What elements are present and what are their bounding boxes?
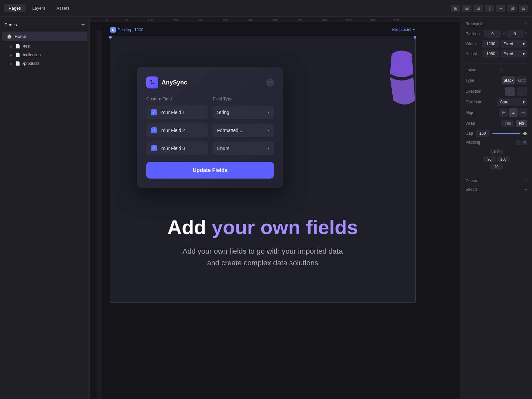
file-icon-products: 📄 xyxy=(15,61,20,66)
align-right-btn[interactable]: ⊣ xyxy=(519,108,527,117)
tab-pages[interactable]: Pages xyxy=(4,4,26,12)
padding-grid xyxy=(466,149,527,170)
width-label: Width xyxy=(466,42,476,46)
distribute-value: Start xyxy=(500,100,508,104)
wrap-no-btn[interactable]: No xyxy=(516,120,527,127)
height-value-input[interactable] xyxy=(482,50,499,58)
width-value-input[interactable] xyxy=(482,40,499,48)
layout-collapse-icon[interactable]: − xyxy=(525,67,527,72)
field-custom-2[interactable]: ✓ Your Field 2 xyxy=(146,123,208,137)
field-checkbox-2[interactable]: ✓ xyxy=(151,127,157,133)
field-type-1[interactable]: String ▾ xyxy=(212,106,274,119)
padding-bottom-input[interactable] xyxy=(490,164,503,170)
canvas-area: 0 100 200 300 400 500 600 700 800 900 10… xyxy=(90,17,461,399)
top-bar: Pages Layers Assets ⊞ ⊟ ⊡ ↕ ↔ ⊞ ⊟ xyxy=(0,0,532,17)
toolbar-icon-1[interactable]: ⊞ xyxy=(451,5,460,12)
field-name-2: Your Field 2 xyxy=(160,128,185,133)
ruler-horizontal: 0 100 200 300 400 500 600 700 800 900 10… xyxy=(90,17,461,23)
modal-title-group: ↻ AnySync xyxy=(146,76,187,88)
distribute-dropdown[interactable]: Start ▾ xyxy=(497,98,527,106)
cursor-label: Cursor xyxy=(466,179,477,183)
desktop-frame[interactable]: ▶ Desktop 1200 Breakpoint + xyxy=(110,37,416,303)
direction-buttons: ↔ ↕ xyxy=(505,87,527,96)
desktop-width-text: 1200 xyxy=(134,28,143,32)
field-checkbox-3[interactable]: ✓ xyxy=(151,145,157,151)
field-type-2[interactable]: Formatted... ▾ xyxy=(212,124,274,137)
sidebar-item-products[interactable]: ▶ 📄 /products xyxy=(0,59,89,68)
toolbar-icon-2[interactable]: ⊟ xyxy=(462,5,471,12)
tab-assets[interactable]: Assets xyxy=(52,4,74,12)
sidebar-item-home[interactable]: 🏠 Home xyxy=(2,32,87,41)
position-label: Position xyxy=(466,32,480,36)
field-custom-1[interactable]: ✓ Your Field 1 xyxy=(146,105,208,119)
ruler-vertical xyxy=(96,30,103,399)
arrow-icon-test: ▶ xyxy=(10,45,13,48)
effects-add-button[interactable]: + xyxy=(524,187,527,193)
width-inputs: Fixed ▾ xyxy=(482,40,527,48)
tab-layers[interactable]: Layers xyxy=(28,4,50,12)
sidebar-title: Pages xyxy=(5,22,17,27)
anysync-logo: ↻ xyxy=(146,76,158,88)
update-fields-button[interactable]: Update Fields xyxy=(146,162,274,179)
field-headers: Custom Field Field Type xyxy=(146,96,274,101)
modal-close-button[interactable]: × xyxy=(266,78,274,86)
height-mode-value: Fixed xyxy=(503,52,513,56)
toolbar-icon-4[interactable]: ↕ xyxy=(485,5,494,12)
divider-2 xyxy=(466,173,527,173)
gap-slider[interactable] xyxy=(492,133,527,134)
field-dropdown-arrow-2: ▾ xyxy=(267,128,269,133)
hero-heading-white: Add xyxy=(167,216,211,238)
padding-label: Padding xyxy=(466,140,480,145)
gap-value-input[interactable] xyxy=(476,130,490,137)
padding-icons: ○ ⊞ xyxy=(515,140,527,145)
padding-mode-grid[interactable]: ⊞ xyxy=(522,140,527,145)
field-type-3[interactable]: Enum ▾ xyxy=(212,142,274,155)
file-icon-collection: 📄 xyxy=(15,53,20,57)
modal-header: ↻ AnySync × xyxy=(146,76,274,88)
toolbar-icon-5[interactable]: ↔ xyxy=(496,5,505,12)
gap-row: Gap xyxy=(466,130,527,137)
wrap-buttons: Yes No xyxy=(501,120,527,127)
sidebar-add-button[interactable]: + xyxy=(81,21,85,28)
sidebar-item-collection[interactable]: ▶ 📄 /collection xyxy=(0,51,89,59)
toolbar-icon-3[interactable]: ⊡ xyxy=(473,5,483,12)
padding-left-input[interactable] xyxy=(483,156,496,162)
play-icon: ▶ xyxy=(110,27,116,33)
direction-vertical-btn[interactable]: ↕ xyxy=(517,87,527,96)
breakpoint-label[interactable]: Breakpoint + xyxy=(392,27,415,32)
cursor-add-button[interactable]: + xyxy=(524,178,527,184)
type-grid-btn[interactable]: Grid xyxy=(516,76,527,84)
padding-mode-circle[interactable]: ○ xyxy=(515,140,521,145)
sidebar-item-test[interactable]: ▶ 📄 /test xyxy=(0,42,89,51)
divider-1 xyxy=(466,64,527,64)
arrow-icon-collection: ▶ xyxy=(10,53,13,57)
wrap-yes-btn[interactable]: Yes xyxy=(501,120,514,127)
position-y-input[interactable] xyxy=(506,30,524,38)
main-layout: Pages + 🏠 Home ▶ 📄 /test ▶ 📄 /collection… xyxy=(0,17,532,399)
resize-handle-tr[interactable] xyxy=(414,36,416,39)
wrap-label: Wrap xyxy=(466,121,475,126)
resize-handle-tl[interactable] xyxy=(109,36,112,39)
direction-horizontal-btn[interactable]: ↔ xyxy=(505,87,515,96)
padding-bottom-row xyxy=(490,164,503,170)
height-mode-arrow: ▾ xyxy=(523,52,525,56)
width-mode-dropdown[interactable]: Fixed ▾ xyxy=(501,40,527,48)
height-mode-dropdown[interactable]: Fixed ▾ xyxy=(501,50,527,58)
align-left-btn[interactable]: ⊢ xyxy=(499,108,508,117)
file-icon-test: 📄 xyxy=(15,44,20,49)
top-right-icons: ⊞ ⊟ ⊡ ↕ ↔ ⊞ ⊟ xyxy=(451,5,528,12)
wrap-row: Wrap Yes No xyxy=(466,120,527,127)
padding-row: Padding ○ ⊞ xyxy=(466,140,527,145)
field-type-name-2: Formatted... xyxy=(217,128,242,133)
field-custom-3[interactable]: ✓ Your Field 3 xyxy=(146,141,208,155)
type-stack-btn[interactable]: Stack xyxy=(502,76,515,84)
field-name-1: Your Field 1 xyxy=(160,110,185,115)
collection-page-label: /collection xyxy=(23,53,41,57)
padding-top-input[interactable] xyxy=(490,149,503,155)
padding-right-input[interactable] xyxy=(497,156,510,162)
toolbar-icon-6[interactable]: ⊞ xyxy=(507,5,517,12)
position-x-input[interactable] xyxy=(484,30,501,38)
toolbar-icon-7[interactable]: ⊟ xyxy=(519,5,528,12)
field-checkbox-1[interactable]: ✓ xyxy=(151,109,157,115)
align-center-btn[interactable]: ≡ xyxy=(509,108,518,117)
